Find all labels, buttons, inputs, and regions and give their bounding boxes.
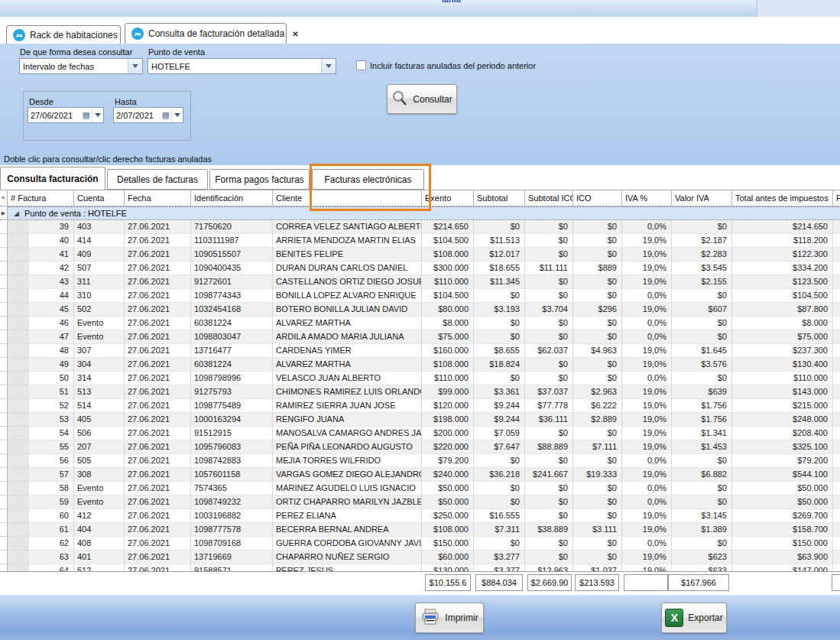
hasta-datepicker[interactable]: 2/07/2021 ▦ <box>113 107 183 123</box>
grid-tab-detalles-de-facturas[interactable]: Detalles de facturas <box>107 169 208 190</box>
consultar-button[interactable]: Consultar <box>387 84 457 114</box>
column-header-4[interactable]: Cliente <box>273 190 422 206</box>
group-indent-cell <box>8 523 29 537</box>
cell: 0,0% <box>622 454 672 468</box>
imprimir-button[interactable]: Imprimir <box>415 603 484 633</box>
cell: 27.06.2021 <box>125 482 191 495</box>
chevron-down-icon[interactable] <box>128 59 142 73</box>
table-row[interactable]: 59Evento27.06.20211098749232ORTIZ CHAPAR… <box>0 495 840 509</box>
cell: ARRIETA MENDOZA MARTIN ELIAS <box>273 234 422 248</box>
chevron-down-icon[interactable] <box>321 59 336 73</box>
cell: Evento <box>74 495 125 509</box>
table-row[interactable]: 5340527.06.20211000163294RENGIFO JUANA$1… <box>0 413 840 427</box>
column-header-6[interactable]: Subtotal <box>474 190 525 206</box>
column-header-2[interactable]: Fecha <box>125 190 191 206</box>
cell: $11.345 <box>474 275 525 289</box>
table-row[interactable]: 6240827.06.20211098709168GUERRA CORDOBA … <box>0 537 840 551</box>
tab-rack-de-habitaciones[interactable]: Rack de habitaciones ✕ <box>6 25 121 44</box>
table-row[interactable]: 5251427.06.20211098775489RAMIREZ SIERRA … <box>0 399 840 413</box>
table-row[interactable]: 5450627.06.202191512915MANOSALVA CAMARGO… <box>0 427 840 440</box>
table-row[interactable]: 5730827.06.20211057601158VARGAS GOMEZ DI… <box>0 468 840 482</box>
table-row[interactable]: 47Evento27.06.20211098803047ARDILA AMADO… <box>0 330 840 344</box>
cell: $214.650 <box>732 220 833 234</box>
table-row[interactable]: 4331127.06.202191272601CASTELLANOS ORTIZ… <box>0 275 840 289</box>
grid-tab-facturas-electronicas[interactable]: Facturas electrónicas <box>312 169 424 190</box>
chevron-down-icon[interactable] <box>92 108 103 122</box>
calendar-icon[interactable]: ▦ <box>161 110 171 120</box>
cell: $0 <box>525 330 573 344</box>
top-partial-link[interactable]: tarifa <box>442 0 460 4</box>
cell: 27.06.2021 <box>125 495 191 509</box>
column-header-1[interactable]: Cuenta <box>74 190 125 206</box>
cell: $325.100 <box>732 440 833 454</box>
cell: 1098742883 <box>191 454 273 468</box>
column-header-11[interactable]: Total antes de impuestos <box>732 190 833 206</box>
table-row[interactable]: 4431027.06.20211098774343BONILLA LOPEZ A… <box>0 289 840 303</box>
cell <box>833 330 840 344</box>
table-row[interactable]: 6340127.06.202113719669CHAPARRO NUÑEZ SE… <box>0 551 840 564</box>
exportar-button[interactable]: X Exportar <box>661 603 727 633</box>
column-header-7[interactable]: Subtotal ICO <box>525 190 573 206</box>
cell: $214.650 <box>422 220 474 234</box>
grid-hint-text: Doble clic para consultar/clic derecho f… <box>4 154 212 164</box>
cell: $79.200 <box>732 454 833 468</box>
cell: $0 <box>525 454 573 468</box>
cell: BENITES FELIPE <box>273 248 422 262</box>
cell: 40 <box>29 234 74 248</box>
tab-consulta-facturacion-detallada[interactable]: Consulta de facturación detallada ✕ <box>125 23 287 44</box>
cell: $9.244 <box>474 413 525 427</box>
collapse-icon[interactable]: ◢ <box>14 210 19 217</box>
table-row[interactable]: 6451227.06.202191588571PEREZ JESUS$130.0… <box>0 564 840 571</box>
calendar-icon[interactable]: ▦ <box>81 110 92 120</box>
column-header-9[interactable]: IVA % <box>622 190 672 206</box>
table-row[interactable]: 5650527.06.20211098742883MEJIA TORRES WI… <box>0 454 840 468</box>
table-row[interactable]: 4930427.06.202160381224ALVAREZ MARTHA$10… <box>0 358 840 372</box>
column-header-5[interactable]: Exento <box>422 190 474 206</box>
table-row[interactable]: 46Evento27.06.202160381224ALVAREZ MARTHA… <box>0 317 840 330</box>
cell: $104.500 <box>732 289 833 303</box>
table-row[interactable]: 4041427.06.20211103111987ARRIETA MENDOZA… <box>0 234 840 248</box>
cell: $0 <box>573 509 622 523</box>
cell: 19,0% <box>622 564 672 571</box>
query-mode-select[interactable]: Intervalo de fechas <box>19 58 143 74</box>
column-header-12[interactable]: F <box>833 190 840 206</box>
cell: 63 <box>29 551 74 564</box>
pos-select[interactable]: HOTELFE <box>148 58 336 74</box>
cell: 19,0% <box>622 275 672 289</box>
table-row[interactable]: 3940327.06.202171750620CORREA VELEZ SANT… <box>0 220 840 234</box>
cell: 0,0% <box>622 482 672 495</box>
cell <box>833 303 840 317</box>
column-header-0[interactable]: # Factura <box>8 190 74 206</box>
column-header-8[interactable]: ICO <box>573 190 622 206</box>
column-header-3[interactable]: Identificación <box>191 190 273 206</box>
include-voided-checkbox[interactable] <box>356 60 366 70</box>
close-icon[interactable]: ✕ <box>292 30 298 38</box>
cell: 27.06.2021 <box>125 454 191 468</box>
column-header-10[interactable]: Valor IVA <box>672 190 732 206</box>
chevron-down-icon[interactable] <box>171 108 183 122</box>
cell <box>833 358 840 372</box>
grid-tab-consulta-facturacion[interactable]: Consulta facturación <box>0 167 105 190</box>
table-row[interactable]: 6140427.06.20211098777578BECERRA BERNAL … <box>0 523 840 537</box>
table-row[interactable]: 58Evento27.06.20217574365MARINEZ AGUDELO… <box>0 482 840 495</box>
table-row[interactable]: 5031427.06.20211098798996VELASCO JUAN AL… <box>0 372 840 385</box>
table-row[interactable]: 5520727.06.20211095796083PEÑA PIÑA LEONA… <box>0 440 840 454</box>
table-row[interactable]: 4250727.06.20211090400435DURAN DURAN CAR… <box>0 262 840 275</box>
cell: $2.155 <box>672 275 732 289</box>
cell: $104.500 <box>422 289 474 303</box>
cell: $0 <box>525 289 573 303</box>
consultar-label: Consultar <box>413 94 452 105</box>
cell: $7.311 <box>474 523 525 537</box>
grid-tab-forma-pagos-facturas[interactable]: Forma pagos facturas <box>209 169 310 190</box>
total-box-5: $167.966 <box>668 574 729 591</box>
table-row[interactable]: 4550227.06.20211032454168BOTERO BONILLA … <box>0 303 840 317</box>
cell: $0 <box>573 454 622 468</box>
table-row[interactable]: 4140927.06.20211090515507BENITES FELIPE$… <box>0 248 840 262</box>
desde-datepicker[interactable]: 27/06/2021 ▦ <box>28 107 104 123</box>
table-row[interactable]: 6041227.06.20211003196882PEREZ ELIANA$25… <box>0 509 840 523</box>
row-indicator-cell <box>0 344 8 358</box>
cell: $215.000 <box>732 399 833 413</box>
group-row[interactable]: ▶ ◢ Punto de venta : HOTELFE <box>0 206 840 220</box>
table-row[interactable]: 5151327.06.202191275793CHIMONES RAMIREZ … <box>0 385 840 399</box>
table-row[interactable]: 4830727.06.202113716477CARDENAS YIMER$16… <box>0 344 840 358</box>
